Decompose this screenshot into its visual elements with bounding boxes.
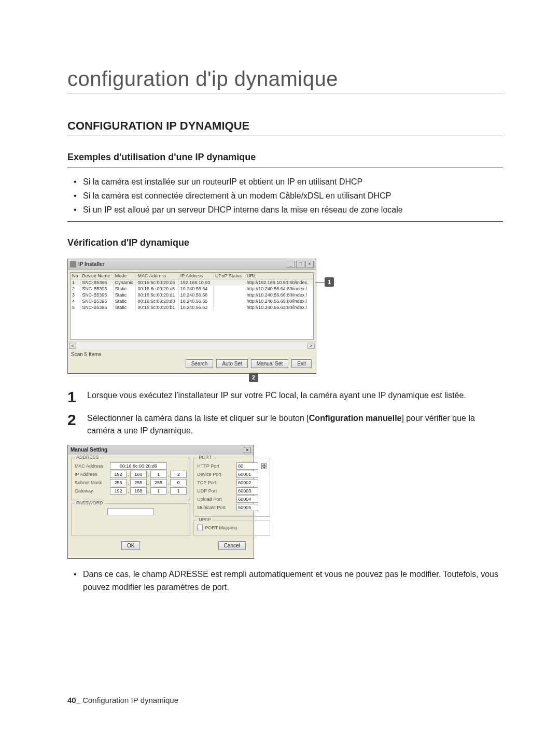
table-cell: [213, 304, 245, 311]
upnp-fieldset: UPnP PORT Mapping: [193, 520, 270, 536]
step-text: Lorsque vous exécutez l'installateur IP …: [87, 389, 503, 405]
horizontal-scrollbar[interactable]: < >: [68, 342, 316, 349]
table-row[interactable]: 2SNC-B5395Static00:16:6c:00:20:c810.240.…: [71, 286, 313, 292]
page-title: configuration d'ip dynamique: [67, 67, 503, 93]
minimize-icon[interactable]: _: [287, 261, 295, 268]
table-cell: 00:16:6c:00:20:d0: [136, 298, 178, 304]
table-cell: SNC-B5395: [80, 292, 114, 298]
ip-octet[interactable]: 2: [170, 471, 187, 478]
table-cell: 2: [71, 286, 80, 292]
auto-set-button[interactable]: Auto Set: [216, 359, 247, 368]
upload-port-label: Upload Port: [197, 497, 234, 502]
divider: [67, 221, 503, 222]
step-text: Sélectionner la caméra dans la liste et …: [87, 412, 503, 438]
callout-line: [315, 282, 325, 283]
table-cell: 00:16:6c:00:20:d6: [136, 279, 178, 286]
table-cell: Dynamic: [113, 279, 136, 286]
divider: [67, 167, 503, 167]
ip-octet[interactable]: 168: [130, 487, 147, 495]
manual-set-button[interactable]: Manual Set: [251, 359, 289, 368]
table-cell: 1: [71, 279, 80, 286]
ok-button[interactable]: OK: [121, 541, 140, 550]
step-text-pre: Sélectionner la caméra dans la liste et …: [87, 414, 309, 422]
bullet-list: Si la caméra est installée sur un routeu…: [67, 175, 503, 217]
tcp-port-label: TCP Port: [197, 480, 234, 485]
dialog-titlebar: Manual Setting ×: [68, 445, 254, 455]
bullet-item: Si la caméra est connectée directement à…: [83, 189, 503, 203]
multicast-port-label: Multicast Port: [197, 505, 234, 510]
table-cell: 00:16:6c:00:20:b1: [136, 304, 178, 311]
exit-button[interactable]: Exit: [291, 359, 312, 368]
col-no[interactable]: No: [71, 273, 80, 279]
note-text: Dans ce cas, le champ ADRESSE est rempli…: [67, 568, 503, 594]
table-row[interactable]: 4SNC-B5395Static00:16:6c:00:20:d010.240.…: [71, 298, 313, 304]
col-ip[interactable]: IP Address: [178, 273, 213, 279]
http-port-input[interactable]: 80: [236, 462, 258, 470]
table-cell: 4: [71, 298, 80, 304]
close-icon[interactable]: ×: [244, 447, 251, 453]
udp-port-input[interactable]: 60003: [236, 487, 258, 495]
table-cell: http://10.240.56.65:80/index.l: [245, 298, 313, 304]
ip-octet[interactable]: 1: [150, 487, 167, 495]
bullet-item: Si la caméra est installée sur un routeu…: [83, 175, 503, 189]
page-footer: 40_ Configuration IP dynamique: [67, 696, 178, 704]
col-mac[interactable]: MAC Address: [136, 273, 178, 279]
ip-octet[interactable]: 255: [110, 479, 127, 486]
mac-label: MAC Address: [75, 463, 108, 469]
ip-octet[interactable]: 255: [130, 479, 147, 486]
password-input[interactable]: [107, 508, 154, 515]
gateway-input[interactable]: 192. 168. 1. 1: [110, 487, 187, 495]
port-mapping-checkbox[interactable]: [197, 525, 203, 530]
device-port-input[interactable]: 60001: [236, 471, 258, 478]
maximize-icon[interactable]: □: [296, 261, 304, 268]
table-cell: Static: [113, 298, 136, 304]
ip-address-input[interactable]: 192. 168. 1. 2: [110, 471, 187, 478]
scroll-right-icon[interactable]: >: [307, 343, 315, 349]
scroll-left-icon[interactable]: <: [69, 343, 76, 349]
password-legend: PASSWORD: [75, 500, 105, 505]
port-spinner[interactable]: ▴▾: [261, 463, 267, 469]
cancel-button[interactable]: Cancel: [218, 541, 246, 550]
ip-octet[interactable]: 192: [110, 487, 127, 495]
table-cell: SNC-B5395: [80, 304, 114, 311]
manual-setting-dialog: Manual Setting × ADDRESS MAC Address 00:…: [67, 445, 254, 559]
col-device-name[interactable]: Device Name: [80, 273, 114, 279]
password-fieldset: PASSWORD: [71, 503, 190, 536]
table-cell: SNC-B5395: [80, 298, 114, 304]
subnet-label: Subnet Mask: [75, 480, 108, 485]
search-button[interactable]: Search: [186, 359, 214, 368]
close-icon[interactable]: ×: [305, 261, 314, 268]
ip-octet[interactable]: 255: [150, 479, 167, 486]
col-upnp[interactable]: UPnP Status: [213, 273, 245, 279]
step-1: 1 Lorsque vous exécutez l'installateur I…: [67, 389, 503, 405]
status-text: Scan 5 Items: [68, 349, 316, 359]
mac-value: 00:16:6c:00:20:d6: [110, 462, 167, 470]
device-table[interactable]: No Device Name Mode MAC Address IP Addre…: [70, 272, 314, 340]
ip-octet[interactable]: 1: [150, 471, 167, 478]
table-cell: Static: [113, 292, 136, 298]
step-number: 2: [67, 412, 80, 438]
table-row[interactable]: 1SNC-B5395Dynamic00:16:6c:00:20:d6192.16…: [71, 279, 313, 286]
col-mode[interactable]: Mode: [113, 273, 136, 279]
tcp-port-input[interactable]: 60002: [236, 479, 258, 486]
ip-octet[interactable]: 168: [130, 471, 147, 478]
col-url[interactable]: URL: [245, 273, 313, 279]
ip-octet[interactable]: 192: [110, 471, 127, 478]
ip-octet[interactable]: 1: [170, 487, 187, 495]
multicast-port-input[interactable]: 60005: [236, 504, 258, 511]
table-row[interactable]: 5SNC-B5395Static00:16:6c:00:20:b110.240.…: [71, 304, 313, 311]
table-cell: 10.240.56.63: [178, 304, 213, 311]
table-row[interactable]: 3SNC-B5395Static00:16:6c:00:20:d110.240.…: [71, 292, 313, 298]
ip-octet[interactable]: 0: [170, 479, 187, 486]
page-number: 40_: [67, 696, 80, 704]
bullet-item: Si un IP est alloué par un serveur DHCP …: [83, 203, 503, 217]
upload-port-input[interactable]: 60004: [236, 496, 258, 503]
table-cell: SNC-B5395: [80, 279, 114, 286]
subnet-mask-input[interactable]: 255. 255. 255. 0: [110, 479, 187, 486]
table-cell: http://192.168.10.93:80/index.: [245, 279, 313, 286]
address-legend: ADDRESS: [75, 455, 101, 460]
table-cell: 5: [71, 304, 80, 311]
step-text-bold: Configuration manuelle: [309, 414, 402, 422]
table-cell: Static: [113, 304, 136, 311]
table-cell: [213, 292, 245, 298]
